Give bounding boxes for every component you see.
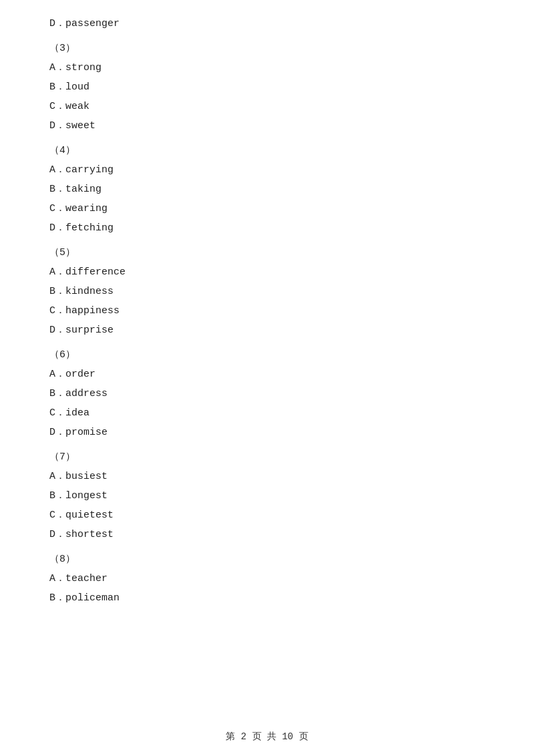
option-line: D．passenger — [49, 15, 487, 33]
option-line: A．teacher — [49, 570, 487, 588]
option-line: B．taking — [49, 180, 487, 198]
section-label: （6） — [49, 346, 487, 364]
option-line: B．kindness — [49, 282, 487, 301]
option-line: D．surprise — [49, 321, 487, 339]
section-label: （5） — [49, 244, 487, 262]
option-line: A．difference — [49, 263, 487, 281]
option-line: D．shortest — [49, 526, 487, 544]
section-label: （8） — [49, 550, 487, 568]
option-line: C．quietest — [49, 506, 487, 524]
option-line: C．idea — [49, 404, 487, 422]
option-line: C．weak — [49, 98, 487, 116]
option-line: B．policeman — [49, 589, 487, 607]
option-line: B．longest — [49, 487, 487, 505]
option-line: A．order — [49, 365, 487, 383]
option-line: B．loud — [49, 78, 487, 96]
option-line: B．address — [49, 385, 487, 403]
option-line: A．busiest — [49, 467, 487, 486]
option-line: C．happiness — [49, 302, 487, 320]
option-line: A．strong — [49, 59, 487, 77]
section-label: （4） — [49, 142, 487, 160]
page-content: D．passenger（3）A．strongB．loudC．weakD．swee… — [0, 0, 534, 648]
option-line: C．wearing — [49, 200, 487, 218]
footer-text: 第 2 页 共 10 页 — [226, 731, 308, 742]
section-label: （7） — [49, 448, 487, 466]
section-label: （3） — [49, 39, 487, 57]
option-line: D．sweet — [49, 117, 487, 135]
option-line: A．carrying — [49, 161, 487, 179]
option-line: D．promise — [49, 423, 487, 441]
page-footer: 第 2 页 共 10 页 — [0, 731, 534, 743]
option-line: D．fetching — [49, 219, 487, 237]
